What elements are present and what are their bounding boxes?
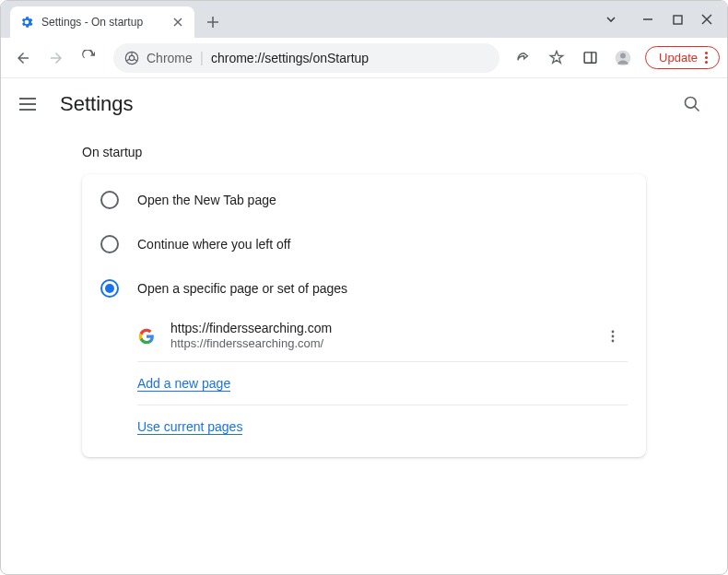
svg-point-8: [612, 334, 615, 337]
more-icon: [705, 52, 708, 64]
page-text: https://finderssearching.com https://fin…: [170, 320, 598, 352]
update-button[interactable]: Update: [645, 46, 720, 69]
svg-point-9: [612, 339, 615, 342]
option-specific-page[interactable]: Open a specific page or set of pages: [82, 266, 646, 311]
minimize-button[interactable]: [635, 6, 661, 32]
svg-point-7: [612, 330, 615, 333]
gear-icon: [19, 15, 34, 29]
close-window-button[interactable]: [694, 6, 720, 32]
address-prefix: Chrome: [147, 51, 193, 65]
browser-tab[interactable]: Settings - On startup: [10, 6, 194, 38]
page-entry-url: https://finderssearching.com/: [170, 336, 598, 352]
startup-page-entry: https://finderssearching.com https://fin…: [137, 311, 628, 362]
page-title: Settings: [60, 92, 657, 116]
radio-icon-selected: [100, 279, 119, 298]
option-label: Open a specific page or set of pages: [137, 281, 347, 296]
radio-icon: [100, 191, 119, 209]
add-page-link[interactable]: Add a new page: [137, 376, 230, 392]
option-new-tab[interactable]: Open the New Tab page: [82, 178, 646, 222]
radio-icon: [100, 235, 119, 253]
settings-content: On startup Open the New Tab page Continu…: [1, 130, 727, 457]
section-title: On startup: [82, 145, 646, 159]
tab-title: Settings - On startup: [41, 16, 163, 29]
page-entry-menu[interactable]: [598, 322, 628, 351]
use-current-row: Use current pages: [137, 405, 628, 448]
address-separator: |: [200, 50, 204, 66]
chevron-down-icon[interactable]: [598, 6, 624, 32]
settings-header: Settings: [1, 78, 727, 130]
option-continue[interactable]: Continue where you left off: [82, 222, 646, 266]
forward-button[interactable]: [41, 43, 71, 73]
menu-icon[interactable]: [19, 93, 41, 115]
option-label: Open the New Tab page: [137, 193, 276, 207]
svg-point-5: [620, 53, 626, 58]
svg-rect-3: [584, 53, 596, 63]
option-label: Continue where you left off: [137, 237, 290, 252]
use-current-link[interactable]: Use current pages: [137, 419, 242, 435]
startup-pages-list: https://finderssearching.com https://fin…: [137, 311, 628, 448]
reload-button[interactable]: [75, 43, 104, 73]
search-icon[interactable]: [675, 88, 709, 121]
update-label: Update: [659, 51, 698, 65]
window-controls: [598, 1, 720, 38]
google-favicon: [137, 327, 156, 346]
close-tab-icon[interactable]: [170, 15, 185, 29]
address-path: chrome://settings/onStartup: [211, 51, 369, 65]
page-entry-title: https://finderssearching.com: [170, 320, 598, 336]
window-titlebar: Settings - On startup: [1, 1, 727, 38]
new-tab-button[interactable]: [200, 9, 226, 35]
svg-point-2: [129, 55, 134, 60]
chrome-icon: [124, 51, 139, 65]
startup-card: Open the New Tab page Continue where you…: [82, 174, 646, 457]
address-bar[interactable]: Chrome | chrome://settings/onStartup: [113, 43, 499, 73]
back-button[interactable]: [8, 43, 38, 73]
svg-point-6: [686, 98, 697, 109]
bookmark-icon[interactable]: [542, 43, 571, 73]
add-page-row: Add a new page: [137, 362, 628, 405]
profile-icon[interactable]: [608, 43, 638, 73]
svg-rect-0: [674, 16, 682, 24]
share-icon[interactable]: [509, 43, 538, 73]
sidepanel-icon[interactable]: [575, 43, 605, 73]
browser-toolbar: Chrome | chrome://settings/onStartup Upd…: [1, 38, 727, 78]
maximize-button[interactable]: [664, 6, 690, 32]
